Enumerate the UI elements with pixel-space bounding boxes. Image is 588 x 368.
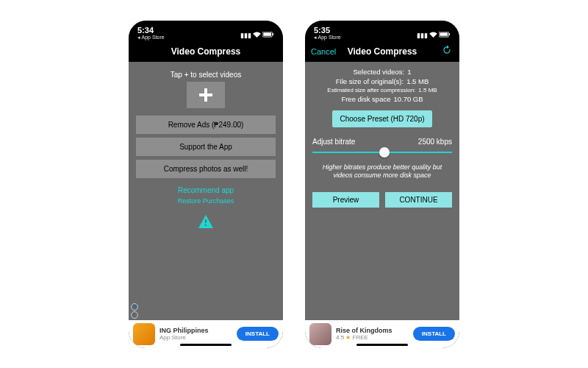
svg-rect-3 [205,219,207,223]
plus-icon [197,86,215,104]
home-indicator[interactable] [356,344,408,346]
nav-bar: Video Compress [129,41,283,62]
tap-instruction: Tap + to select videos [171,71,241,79]
wifi-icon [253,32,261,40]
free-disk-value: 10.70 GB [393,95,423,103]
selected-videos-label: Selected videos: [353,68,404,76]
battery-icon [262,32,274,39]
status-time: 5:34 [137,26,165,35]
estimated-size-label: Estimated size after compression: [327,87,415,93]
support-app-button[interactable]: Support the App [136,138,276,156]
bitrate-hint: Higher bitrates produce better quality b… [312,163,452,180]
refresh-button[interactable] [442,45,452,58]
svg-rect-6 [440,32,448,35]
filesize-label: File size of original(s): [336,77,404,85]
choose-preset-button[interactable]: Choose Preset (HD 720p) [332,110,431,127]
phone-home-screen: 5:34 ◂ App Store ▮▮▮ Video Compress Tap … [129,21,283,348]
status-bar: 5:35 ◂ App Store ▮▮▮ [305,21,459,41]
svg-rect-1 [263,32,271,35]
back-to-appstore[interactable]: ◂ App Store [314,35,341,40]
bitrate-slider[interactable] [312,147,452,158]
phone-compress-screen: 5:35 ◂ App Store ▮▮▮ Cancel Video Compre… [305,21,459,348]
ad-app-icon [309,323,331,345]
filesize-value: 1.5 MB [406,77,429,85]
selected-videos-value: 1 [407,68,411,76]
bitrate-value: 2500 kbps [418,138,452,146]
ad-title: ING Philippines [159,327,232,334]
status-indicators: ▮▮▮ [417,32,451,40]
battery-icon [439,32,451,39]
status-time: 5:35 [314,26,341,35]
home-indicator[interactable] [180,344,232,346]
status-bar: 5:34 ◂ App Store ▮▮▮ [129,21,283,41]
free-disk-label: Free disk space [341,95,390,103]
svg-rect-2 [273,33,273,35]
refresh-icon [442,45,452,55]
svg-rect-4 [205,224,207,226]
ad-close-icon[interactable]: ✕ [131,303,138,311]
ad-title: Rise of Kingdoms [336,327,409,334]
signal-icon: ▮▮▮ [417,32,428,39]
svg-rect-7 [449,33,450,35]
star-icon: ★ [345,334,351,341]
main-content: Tap + to select videos Remove Ads (₱249.… [129,62,283,320]
signal-icon: ▮▮▮ [240,32,251,39]
page-title: Video Compress [171,46,240,57]
restore-purchases-link[interactable]: Restore Purchases [178,197,234,205]
back-to-appstore[interactable]: ◂ App Store [137,35,165,40]
cancel-button[interactable]: Cancel [311,47,336,56]
continue-button[interactable]: CONTINUE [385,192,452,208]
notch [349,21,415,32]
warning-icon[interactable] [198,215,213,232]
notch [173,21,239,32]
ad-subtitle: App Store [159,334,232,341]
add-video-button[interactable] [187,82,225,108]
install-button[interactable]: INSTALL [413,327,455,341]
wifi-icon [429,32,437,40]
install-button[interactable]: INSTALL [237,327,279,341]
status-indicators: ▮▮▮ [240,32,274,40]
ad-rating: 4.5 [336,334,344,341]
estimated-size-value: 1.5 MB [418,87,437,93]
nav-bar: Cancel Video Compress [305,41,459,62]
main-content: Selected videos: 1 File size of original… [305,62,459,320]
page-title: Video Compress [348,46,417,57]
ad-info-icon[interactable]: i [131,311,138,319]
slider-thumb[interactable] [379,147,390,158]
ad-app-icon [133,323,155,345]
ad-subtitle: 4.5 ★ FREE [336,334,409,341]
bitrate-label: Adjust bitrate [312,138,355,146]
recommend-app-link[interactable]: Recommend app [178,186,234,194]
preview-button[interactable]: Preview [312,192,379,208]
compress-photos-button[interactable]: Compress photos as well! [136,160,276,178]
ad-price: FREE [353,334,368,341]
ad-controls: ✕ i [130,303,139,319]
remove-ads-button[interactable]: Remove Ads (₱249.00) [136,116,276,134]
